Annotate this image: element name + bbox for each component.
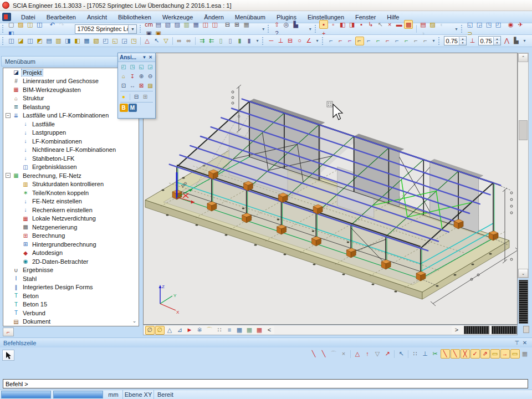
table2-icon[interactable]: ▯ bbox=[226, 37, 235, 45]
clipboard-icon[interactable]: ▥ bbox=[182, 20, 191, 29]
polygon-icon[interactable]: ▽ bbox=[162, 37, 171, 45]
boundary-icon-8[interactable]: ⌐ bbox=[393, 37, 402, 45]
select-nodes-icon[interactable]: ▪ bbox=[319, 20, 328, 29]
clipboard-b-icon[interactable]: B bbox=[120, 104, 128, 112]
snap-midpoint-icon[interactable]: ╲ bbox=[451, 349, 460, 359]
grid3d-icon[interactable]: ▦ bbox=[235, 326, 244, 335]
boundary-icon-7[interactable]: ⌐ bbox=[383, 37, 392, 45]
snap-cursor-icon[interactable]: ↖ bbox=[397, 349, 406, 359]
vertical-scrollbar[interactable]: ⌃ ⌄ bbox=[518, 53, 529, 278]
boundary-icon-10[interactable]: ⌐ bbox=[412, 37, 421, 45]
duplicate-icon[interactable]: ◫ bbox=[7, 37, 16, 45]
print-preview-icon[interactable]: ⊞ bbox=[233, 20, 242, 29]
close-window-icon[interactable]: ◱ bbox=[466, 20, 474, 29]
chart-icon[interactable]: ▙ bbox=[291, 20, 300, 29]
close-icon[interactable]: ✕ bbox=[521, 340, 529, 346]
calculator-icon[interactable]: ▦ bbox=[242, 20, 251, 29]
stretch-icon[interactable]: ▥ bbox=[54, 37, 63, 45]
toolbar-grip[interactable] bbox=[315, 25, 318, 33]
snap-endpoint-icon[interactable]: ╲ bbox=[441, 349, 450, 359]
boundary-icon-5[interactable]: ⌐ bbox=[365, 37, 374, 45]
befehlszeile-header[interactable]: Befehlszeile ⊥ ✕ bbox=[0, 337, 532, 347]
snap-cut-icon[interactable]: ✂ bbox=[431, 349, 440, 359]
subtract-icon[interactable]: ▧ bbox=[92, 37, 101, 45]
toolbar-grip[interactable] bbox=[438, 37, 441, 45]
snap-dot-grid-icon[interactable]: ∷ bbox=[411, 349, 420, 359]
undo-icon[interactable]: ↶ bbox=[48, 20, 57, 29]
tree-expander-icon[interactable]: − bbox=[6, 173, 11, 178]
snap-delete-icon[interactable]: × bbox=[339, 349, 349, 359]
project-combobox[interactable]: 17052 Springtec Lö ▼ bbox=[75, 24, 137, 34]
render-solid-icon[interactable]: ∅ bbox=[155, 326, 165, 335]
diagram-icon[interactable]: ▙ bbox=[512, 37, 521, 45]
section-box-icon[interactable]: ⊟ bbox=[286, 37, 295, 45]
tree-item-rechenkern-einstellen[interactable]: ↓Rechenkern einstellen bbox=[3, 206, 139, 214]
tree-item-lastgruppen[interactable]: ↓Lastgruppen bbox=[3, 129, 139, 137]
tree-item-netzgenerierung[interactable]: ▩Netzgenerierung bbox=[3, 223, 139, 232]
tree-item-strukturdaten-kontrollieren[interactable]: ▥Strukturdaten kontrollieren bbox=[3, 180, 139, 189]
snap-calculator-icon[interactable]: ▦ bbox=[520, 349, 530, 359]
boundary-icon-1[interactable]: ⌐ bbox=[327, 37, 336, 45]
zoom-out-icon[interactable]: ⊖ bbox=[146, 72, 155, 80]
layers-icon[interactable]: ▤ bbox=[154, 20, 163, 29]
view-save-icon[interactable]: ▨ bbox=[146, 81, 155, 90]
send-model-icon[interactable]: ✈ bbox=[516, 20, 525, 29]
boundary-icon-3[interactable]: ⌐ bbox=[346, 37, 355, 45]
toolbar-overflow-icon[interactable]: ▾ bbox=[260, 24, 266, 33]
snap-plane-icon[interactable]: ▽ bbox=[373, 349, 382, 359]
snap-ruler-icon[interactable]: ▭ bbox=[510, 349, 520, 359]
load-display-icon[interactable]: ≡ bbox=[225, 326, 234, 335]
column2-icon[interactable]: ▮ bbox=[245, 37, 254, 45]
visibility1-icon[interactable]: ◐ bbox=[437, 20, 446, 29]
multicopy-icon[interactable]: ◪ bbox=[17, 37, 25, 45]
toolbar-overflow-icon[interactable]: ▾ bbox=[521, 37, 528, 45]
snap-line1-icon[interactable]: ╲ bbox=[309, 349, 319, 359]
snap-perpendicular-icon[interactable]: ⊥ bbox=[421, 349, 430, 359]
walk-mode-icon[interactable]: ↧ bbox=[129, 72, 137, 80]
units-icon[interactable]: cm bbox=[145, 20, 154, 29]
combobox-dropdown-icon[interactable]: ▼ bbox=[128, 25, 136, 33]
snap-polygon-icon[interactable]: ▭ bbox=[490, 349, 500, 359]
scroll-right-icon[interactable]: > bbox=[452, 326, 462, 335]
refresh-icon[interactable]: ◉ bbox=[507, 20, 515, 29]
copy-move-icon[interactable]: ⇇ bbox=[207, 37, 216, 45]
import-icon[interactable]: ⇧ bbox=[273, 20, 282, 29]
scroll-down-icon[interactable]: ⌄ bbox=[518, 269, 528, 278]
zoom-document-icon[interactable]: ◎ bbox=[282, 20, 291, 29]
tree-item-integriertes-design-forms[interactable]: ∥Integriertes Design Forms bbox=[3, 283, 139, 292]
print-icon[interactable]: ⊟ bbox=[223, 20, 232, 29]
frame-window-icon[interactable]: ◫ bbox=[201, 20, 210, 29]
tree-scroll-down-icon[interactable]: ⌄ bbox=[131, 317, 138, 324]
render-wireframe-icon[interactable]: ∅ bbox=[145, 326, 155, 335]
toolbar-grip[interactable] bbox=[140, 25, 142, 33]
snap-spline-icon[interactable]: → bbox=[500, 349, 510, 359]
polyline-edit-icon[interactable]: △ bbox=[143, 37, 152, 45]
tree-item-ergebnisse[interactable]: ∪Ergebnisse bbox=[3, 266, 139, 275]
snap-line2-icon[interactable]: ╲ bbox=[319, 349, 329, 359]
tree-item-lokale-netzverdichtung[interactable]: ▦Lokale Netzverdichtung bbox=[3, 214, 139, 223]
tree-item-ergebnisklassen[interactable]: ◫Ergebnisklassen bbox=[3, 163, 139, 172]
explode-icon[interactable]: ◲ bbox=[120, 37, 129, 45]
rotate-wheel[interactable] bbox=[519, 280, 528, 324]
table1-icon[interactable]: ▯ bbox=[217, 37, 226, 45]
zoom-in-icon[interactable]: ⊕ bbox=[137, 72, 146, 80]
boundary-icon-2[interactable]: ⌐ bbox=[336, 37, 345, 45]
tree-item-autodesign[interactable]: ◆Autodesign bbox=[3, 249, 139, 258]
angle-icon[interactable]: ∠ bbox=[305, 37, 314, 45]
toolbar-grip[interactable] bbox=[262, 37, 265, 45]
axo-view-icon[interactable]: △ bbox=[165, 326, 175, 335]
select-undo-icon[interactable]: ↖ bbox=[376, 20, 385, 29]
flag-icon[interactable]: ► bbox=[185, 326, 195, 335]
save-all-icon[interactable]: ◫ bbox=[25, 20, 34, 29]
activity-icon[interactable]: ▧ bbox=[163, 20, 172, 29]
trim-icon[interactable]: ◨ bbox=[64, 37, 73, 45]
tree-item-nichtlineare-lf-kombinationen[interactable]: ↓Nichtlineare LF-Kombinationen bbox=[3, 146, 139, 155]
horizontal-scrollbar[interactable] bbox=[274, 326, 452, 334]
tree-item-2d-daten-betrachter[interactable]: ◉2D-Daten-Betrachter bbox=[3, 257, 139, 266]
tree-item-lastfälle[interactable]: ↓Lastfälle bbox=[3, 120, 139, 129]
join-icon[interactable]: ◳ bbox=[130, 37, 139, 45]
menubaum-tab-icon[interactable]: ⌐ bbox=[3, 328, 14, 336]
extend-icon[interactable]: ◧ bbox=[73, 37, 82, 45]
snap-node1-icon[interactable]: △ bbox=[353, 349, 362, 359]
tree-item-berechnung-fe-netz[interactable]: −▦Berechnung, FE-Netz bbox=[3, 171, 139, 180]
